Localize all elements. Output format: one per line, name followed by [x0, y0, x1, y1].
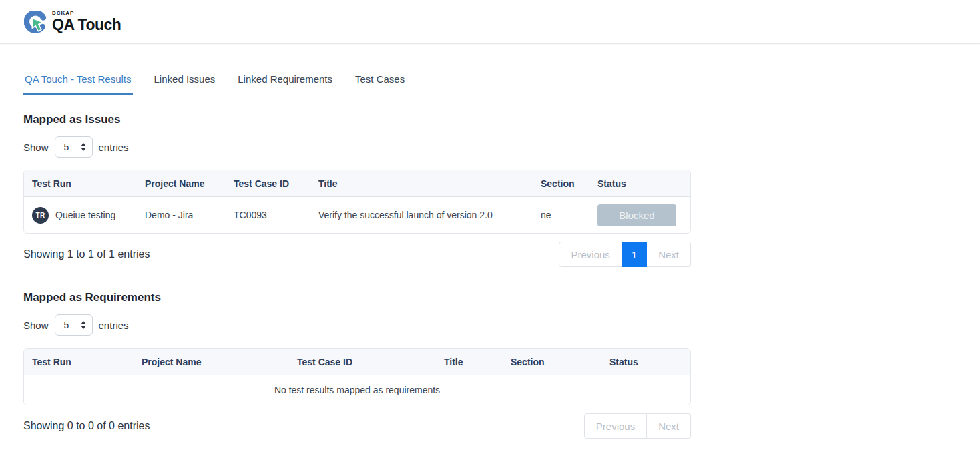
col-title: Title — [436, 349, 503, 375]
col-test-case-id: Test Case ID — [226, 170, 310, 197]
requirements-table: Test Run Project Name Test Case ID Title… — [23, 348, 691, 405]
cell-section: ne — [533, 197, 589, 233]
issues-entries-label: entries — [99, 142, 129, 153]
issues-page-size-select[interactable]: 5 — [55, 136, 93, 158]
tab-linked-requirements[interactable]: Linked Requirements — [236, 71, 334, 95]
brand-logo: DCKAP QA Touch — [24, 11, 121, 33]
requirements-page-size-value: 5 — [64, 320, 69, 330]
requirements-section-title: Mapped as Requirements — [23, 291, 691, 304]
qatouch-logo-icon — [24, 11, 47, 33]
app-header: DCKAP QA Touch — [0, 0, 980, 44]
issues-page-1-button[interactable]: 1 — [622, 242, 647, 267]
tab-bar: QA Touch - Test Results Linked Issues Li… — [23, 71, 691, 95]
brand-text: DCKAP QA Touch — [52, 11, 121, 33]
col-test-run: Test Run — [24, 349, 134, 375]
requirements-entries-label: entries — [99, 320, 129, 331]
requirements-show-label: Show — [23, 320, 49, 331]
col-project-name: Project Name — [137, 170, 226, 197]
issues-pagination: Previous 1 Next — [559, 242, 691, 267]
requirements-next-button[interactable]: Next — [647, 413, 691, 439]
requirements-previous-button[interactable]: Previous — [584, 413, 647, 439]
brand-qatouch-label: QA Touch — [52, 17, 121, 33]
cell-title: Verify the successful launch of version … — [310, 197, 533, 233]
cell-test-case-id: TC0093 — [226, 197, 310, 233]
issues-page-size-value: 5 — [64, 142, 69, 152]
requirements-show-entries: Show 5 entries — [23, 314, 691, 336]
select-updown-icon — [81, 321, 86, 329]
main-content: QA Touch - Test Results Linked Issues Li… — [0, 44, 691, 464]
requirements-table-footer: Showing 0 to 0 of 0 entries Previous Nex… — [23, 413, 691, 439]
cell-test-run: TR Queiue testing — [24, 197, 137, 233]
requirements-summary: Showing 0 to 0 of 0 entries — [23, 420, 150, 432]
requirements-page-size-select[interactable]: 5 — [55, 314, 93, 336]
status-blocked-button[interactable]: Blocked — [597, 204, 676, 226]
col-test-case-id: Test Case ID — [289, 349, 436, 375]
issues-next-button[interactable]: Next — [647, 242, 691, 267]
issues-table-row: TR Queiue testing Demo - Jira TC0093 Ver… — [24, 197, 690, 233]
requirements-table-header-row: Test Run Project Name Test Case ID Title… — [24, 349, 690, 375]
cell-project-name: Demo - Jira — [137, 197, 226, 233]
issues-section-title: Mapped as Issues — [23, 113, 691, 126]
col-status: Status — [601, 349, 690, 375]
test-run-avatar: TR — [32, 207, 49, 224]
requirements-pagination: Previous Next — [584, 413, 691, 439]
col-section: Section — [533, 170, 589, 197]
tab-test-results[interactable]: QA Touch - Test Results — [23, 71, 133, 95]
tab-linked-issues[interactable]: Linked Issues — [153, 71, 217, 95]
col-project-name: Project Name — [134, 349, 289, 375]
cell-status: Blocked — [589, 197, 690, 233]
issues-show-entries: Show 5 entries — [23, 136, 691, 158]
select-updown-icon — [81, 143, 86, 151]
requirements-empty-message: No test results mapped as requirements — [24, 375, 690, 405]
issues-table-footer: Showing 1 to 1 of 1 entries Previous 1 N… — [23, 242, 691, 267]
issues-table-header-row: Test Run Project Name Test Case ID Title… — [24, 170, 690, 197]
bottom-spacer — [23, 439, 691, 464]
col-title: Title — [310, 170, 533, 197]
col-status: Status — [589, 170, 690, 197]
issues-summary: Showing 1 to 1 of 1 entries — [23, 248, 150, 260]
brand-dckap-label: DCKAP — [52, 11, 121, 16]
col-test-run: Test Run — [24, 170, 137, 197]
tab-test-cases[interactable]: Test Cases — [354, 71, 406, 95]
test-run-name: Queiue testing — [55, 210, 115, 220]
issues-table: Test Run Project Name Test Case ID Title… — [23, 170, 691, 234]
requirements-empty-row: No test results mapped as requirements — [24, 375, 690, 405]
col-section: Section — [503, 349, 601, 375]
issues-show-label: Show — [23, 142, 49, 153]
issues-previous-button[interactable]: Previous — [559, 242, 622, 267]
